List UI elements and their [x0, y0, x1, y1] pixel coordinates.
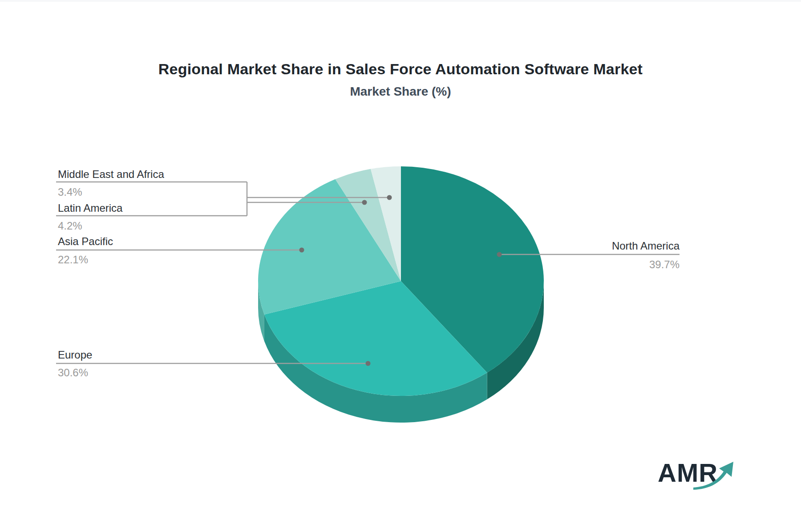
slice-value-europe: 30.6%: [58, 367, 88, 379]
slice-value-north-america: 39.7%: [649, 258, 680, 270]
callout-dot-europe: [366, 361, 371, 366]
callout-dot-north-america: [497, 252, 502, 257]
pie-chart: North America39.7%Europe30.6%Asia Pacifi…: [0, 0, 801, 532]
slice-label-asia-pacific: Asia Pacific: [58, 235, 113, 247]
slice-label-middle-east-and-africa: Middle East and Africa: [58, 168, 164, 180]
slice-label-europe: Europe: [58, 349, 92, 361]
callout-dot-middle-east-and-africa: [387, 195, 392, 200]
slice-value-latin-america: 4.2%: [58, 220, 82, 232]
logo-arrow-icon: [690, 458, 736, 492]
logo-arrow-swoosh: [693, 462, 733, 490]
slice-label-north-america: North America: [612, 240, 680, 252]
callout-dot-asia-pacific: [299, 248, 304, 253]
slice-value-middle-east-and-africa: 3.4%: [58, 186, 82, 198]
callout-dot-latin-america: [362, 200, 367, 205]
slice-value-asia-pacific: 22.1%: [58, 254, 88, 266]
slice-label-latin-america: Latin America: [58, 202, 123, 214]
chart-canvas: Regional Market Share in Sales Force Aut…: [0, 0, 801, 532]
